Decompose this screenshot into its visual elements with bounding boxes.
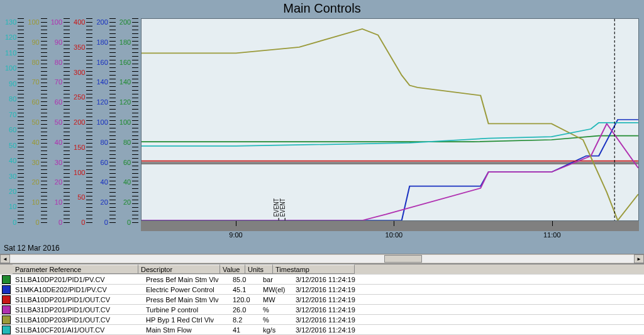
axis-tick: 90 xyxy=(28,38,39,46)
axis-tick: 140 xyxy=(96,78,108,86)
cell-val: 45.1 xyxy=(230,286,260,293)
axis-tick: 350 xyxy=(74,43,85,51)
axis-tick: 110 xyxy=(5,49,16,57)
table-row[interactable]: S1LBA10DP201/PID1/PV.CVPress Bef Main St… xyxy=(0,275,644,285)
scroll-right-button[interactable]: ► xyxy=(634,254,644,263)
y-axis-ax5: 200180160140120100806040200 xyxy=(119,18,138,226)
axis-tick: 80 xyxy=(96,139,108,146)
cell-unit: % xyxy=(260,306,293,314)
cell-unit: MW(el) xyxy=(260,286,293,293)
axis-tick: 0 xyxy=(74,219,85,226)
axis-tick: 0 xyxy=(119,219,131,226)
cell-desc: Press Bef Main Stm Vlv xyxy=(143,296,230,304)
axis-tick: 120 xyxy=(119,98,131,106)
axis-tick: 40 xyxy=(28,139,39,146)
col-header-ref[interactable]: Parameter Reference xyxy=(13,264,138,274)
table-row[interactable]: S1LBA10CF201/AI1/OUT.CVMain Stm Flow41kg… xyxy=(0,325,644,335)
axis-tick: 40 xyxy=(51,139,62,146)
axis-tick: 100 xyxy=(51,18,62,26)
scroll-left-button[interactable]: ◄ xyxy=(0,254,10,263)
axis-tick: 130 xyxy=(5,18,16,26)
axis-tick: 60 xyxy=(119,159,131,166)
cell-desc: HP Byp 1 Red Ctrl Vlv xyxy=(143,316,230,324)
axis-tick: 300 xyxy=(74,69,85,76)
cell-ts: 3/12/2016 11:24:19 xyxy=(293,326,380,334)
axis-tick: 70 xyxy=(5,111,16,118)
series-line[interactable] xyxy=(142,123,638,146)
axis-tick: 50 xyxy=(74,193,85,201)
color-swatch xyxy=(2,315,11,324)
axis-tick: 60 xyxy=(28,98,39,106)
axis-tick: 70 xyxy=(51,78,62,86)
axis-tick: 20 xyxy=(96,198,108,206)
page-title: Main Controls xyxy=(0,0,644,16)
axis-tick: 50 xyxy=(51,118,62,126)
cell-val: 8.2 xyxy=(230,316,260,324)
axis-tick: 20 xyxy=(51,178,62,186)
cell-unit: kg/s xyxy=(260,326,293,334)
axis-tick: 180 xyxy=(119,38,131,46)
color-swatch xyxy=(2,295,11,304)
cell-desc: Electric Power Control xyxy=(143,286,230,293)
series-line[interactable] xyxy=(142,136,638,142)
cell-desc: Main Stm Flow xyxy=(143,326,230,334)
cell-desc: Press Bef Main Stm Vlv xyxy=(143,276,230,283)
axis-tick: 80 xyxy=(28,59,39,66)
axis-tick: 100 xyxy=(74,169,85,176)
axis-tick: 10 xyxy=(5,203,16,210)
col-header-desc[interactable]: Descriptor xyxy=(138,264,220,274)
table-row[interactable]: S1LBA10DP203/PID1/OUT.CVHP Byp 1 Red Ctr… xyxy=(0,315,644,325)
col-header-val[interactable]: Value xyxy=(220,264,245,274)
x-tick-label: 9:00 xyxy=(229,231,242,239)
cell-ts: 3/12/2016 11:24:19 xyxy=(293,316,380,324)
cell-ref: S1LBA10DP201/PID1/PV.CV xyxy=(13,276,143,283)
scroll-thumb[interactable] xyxy=(384,255,422,263)
axis-tick: 90 xyxy=(51,38,62,46)
axis-tick: 30 xyxy=(51,159,62,166)
axis-tick: 150 xyxy=(74,144,85,151)
axis-tick: 50 xyxy=(5,142,16,149)
axis-tick: 160 xyxy=(119,59,131,66)
axis-tick: 60 xyxy=(51,98,62,106)
table-row[interactable]: S1LBA10DP201/PID1/OUT.CVPress Bef Main S… xyxy=(0,295,644,305)
cell-unit: MW xyxy=(260,296,293,304)
axis-tick: 20 xyxy=(28,178,39,186)
axis-tick: 90 xyxy=(5,80,16,88)
cell-ref: S1LBA10DP201/PID1/OUT.CV xyxy=(13,296,143,304)
table-row[interactable]: S1LBA31DP201/PID1/OUT.CVTurbine P contro… xyxy=(0,305,644,315)
axis-tick: 10 xyxy=(28,198,39,206)
axis-tick: 200 xyxy=(96,18,108,26)
axis-tick: 60 xyxy=(5,126,16,133)
series-line[interactable] xyxy=(142,29,638,220)
axis-tick: 20 xyxy=(119,198,131,206)
time-scrollbar[interactable]: ◄ ► xyxy=(0,254,644,264)
axis-tick: 120 xyxy=(5,33,16,41)
col-header-ts[interactable]: Timestamp xyxy=(273,264,355,274)
y-axis-ax2: 1009080706050403020100 xyxy=(51,18,70,226)
axis-tick: 0 xyxy=(28,219,39,226)
table-row[interactable]: S1MKA10DE202/PID1/PV.CVElectric Power Co… xyxy=(0,285,644,295)
trend-plot[interactable]: EVENTEVENT xyxy=(141,18,639,221)
cell-unit: bar xyxy=(260,276,293,283)
x-tick xyxy=(552,221,553,226)
y-axis-ax4: 200180160140120100806040200 xyxy=(96,18,115,226)
cell-unit: % xyxy=(260,316,293,324)
axis-tick: 10 xyxy=(51,198,62,206)
axis-tick: 80 xyxy=(5,95,16,103)
col-header-unit[interactable]: Units xyxy=(245,264,273,274)
axis-tick: 80 xyxy=(51,59,62,66)
x-tick-label: 10:00 xyxy=(386,231,403,239)
axis-tick: 70 xyxy=(28,78,39,86)
y-axes-group: 1301201101009080706050403020100100908070… xyxy=(5,18,138,242)
x-tick xyxy=(236,221,236,226)
axis-tick: 200 xyxy=(74,118,85,126)
cell-val: 41 xyxy=(230,326,260,334)
y-axis-ax3: 400350300250200150100500 xyxy=(74,18,92,226)
axis-tick: 40 xyxy=(96,178,108,186)
cell-ts: 3/12/2016 11:24:19 xyxy=(293,296,380,304)
series-line[interactable] xyxy=(142,123,638,220)
scroll-track[interactable] xyxy=(10,255,634,263)
cell-desc: Turbine P control xyxy=(143,306,230,314)
chart-area: 1301201101009080706050403020100100908070… xyxy=(0,16,644,242)
x-tick xyxy=(394,221,394,226)
